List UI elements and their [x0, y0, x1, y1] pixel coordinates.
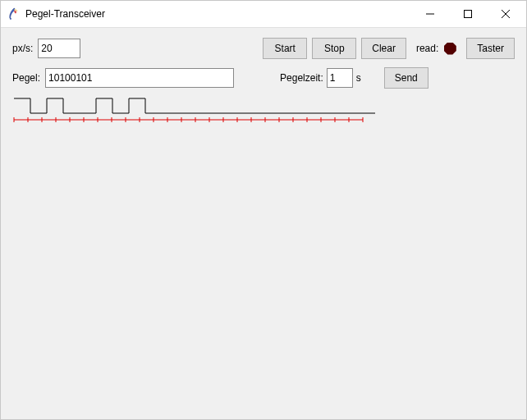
pegel-input[interactable] — [45, 68, 234, 88]
taster-button[interactable]: Taster — [466, 38, 515, 59]
pegelzeit-group: Pegelzeit: s — [280, 68, 361, 88]
pxs-label: px/s: — [12, 43, 33, 54]
pxs-input[interactable] — [38, 39, 80, 58]
start-button[interactable]: Start — [263, 38, 307, 59]
maximize-button[interactable] — [449, 1, 487, 27]
stop-icon — [444, 43, 456, 55]
clear-button[interactable]: Clear — [361, 38, 406, 59]
pegelzeit-unit: s — [356, 72, 361, 84]
pegelzeit-label: Pegelzeit: — [280, 72, 323, 84]
svg-rect-1 — [465, 11, 472, 18]
top-row: px/s: Start Stop Clear read: Taster — [12, 38, 515, 59]
pegel-label: Pegel: — [12, 72, 40, 84]
signal-canvas — [12, 97, 515, 130]
stop-button[interactable]: Stop — [312, 38, 356, 59]
pegelzeit-input[interactable] — [327, 68, 353, 88]
read-indicator — [443, 42, 456, 55]
content-area: px/s: Start Stop Clear read: Taster Pege… — [1, 28, 526, 419]
titlebar: Pegel-Transceiver — [1, 1, 526, 28]
minimize-button[interactable] — [411, 1, 449, 27]
close-button[interactable] — [487, 1, 525, 27]
send-button[interactable]: Send — [384, 67, 428, 89]
app-window: Pegel-Transceiver px/s: Start Stop Clea — [0, 0, 527, 420]
pegel-row: Pegel: Pegelzeit: s Send — [12, 67, 515, 89]
window-controls — [411, 1, 525, 27]
window-title: Pegel-Transceiver — [25, 8, 411, 20]
app-icon — [7, 7, 21, 21]
read-label: read: — [416, 43, 438, 54]
